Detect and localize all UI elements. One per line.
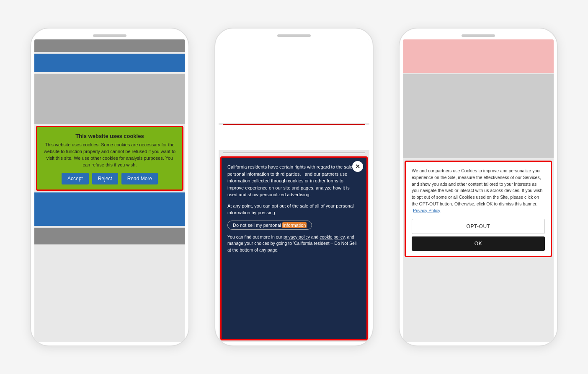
phone1-content: This website uses cookies This website u… — [34, 39, 185, 342]
phone-screen-3: We and our partners use Cookies to impro… — [403, 39, 554, 342]
privacy-policy-link-3[interactable]: Privacy Policy — [413, 208, 440, 213]
opt-out-pill[interactable]: Do not sell my personal information — [227, 221, 312, 230]
p1-gray-block — [34, 74, 185, 124]
p2-white-block2 — [219, 125, 369, 150]
cookie-banner-3: We and our partners use Cookies to impro… — [405, 161, 552, 257]
read-more-button[interactable]: Read More — [121, 173, 158, 184]
phone3-content: We and our partners use Cookies to impro… — [403, 39, 554, 342]
p3-pink-block — [403, 39, 554, 73]
cookie-policy-link-2[interactable]: cookie policy — [320, 234, 344, 239]
phone-screen-2: ✕ California residents have certain righ… — [219, 39, 369, 342]
cookie-footer-2: You can find out more in our privacy pol… — [227, 234, 361, 254]
p2-line — [223, 153, 365, 153]
phone-3: We and our partners use Cookies to impro… — [399, 28, 558, 346]
reject-button[interactable]: Reject — [92, 173, 118, 184]
p1-bottom-blue — [34, 192, 185, 226]
p1-blue-bar — [34, 54, 185, 72]
phone-screen-1: This website uses cookies This website u… — [34, 39, 185, 342]
phones-container: This website uses cookies This website u… — [13, 11, 575, 363]
cookie-title-1: This website uses cookies — [42, 133, 177, 139]
privacy-policy-link-2[interactable]: privacy policy — [284, 234, 310, 239]
cookie-banner-2: ✕ California residents have certain righ… — [220, 156, 368, 340]
phone-2: ✕ California residents have certain righ… — [214, 28, 374, 346]
phone2-content: ✕ California residents have certain righ… — [219, 39, 369, 342]
phone-top-bar-2 — [277, 34, 311, 37]
cookie-banner-1: This website uses cookies This website u… — [36, 126, 183, 191]
accept-button[interactable]: Accept — [62, 173, 89, 184]
phone-top-bar-3 — [462, 34, 495, 37]
cookie-body2-para2: At any point, you can opt out of the sal… — [227, 203, 361, 216]
cookie-body-1: This website uses cookies. Some cookies … — [42, 142, 177, 169]
cookie-body-3: We and our partners use Cookies to impro… — [412, 168, 545, 214]
p1-bottom-gray — [34, 228, 185, 244]
p2-white-block — [219, 39, 369, 123]
cookie-body2-para1: California residents have certain rights… — [227, 164, 361, 198]
close-button-2[interactable]: ✕ — [352, 161, 363, 172]
p1-gray-bar — [34, 39, 185, 52]
phone-1: This website uses cookies This website u… — [30, 28, 189, 346]
p3-gray-block — [403, 74, 554, 158]
phone-top-bar-1 — [93, 34, 126, 37]
p3-fill — [403, 259, 554, 342]
opt-out-button-3[interactable]: OPT-OUT — [412, 219, 545, 234]
ok-button-3[interactable]: OK — [412, 236, 545, 251]
cookie-buttons-1: Accept Reject Read More — [42, 173, 177, 184]
